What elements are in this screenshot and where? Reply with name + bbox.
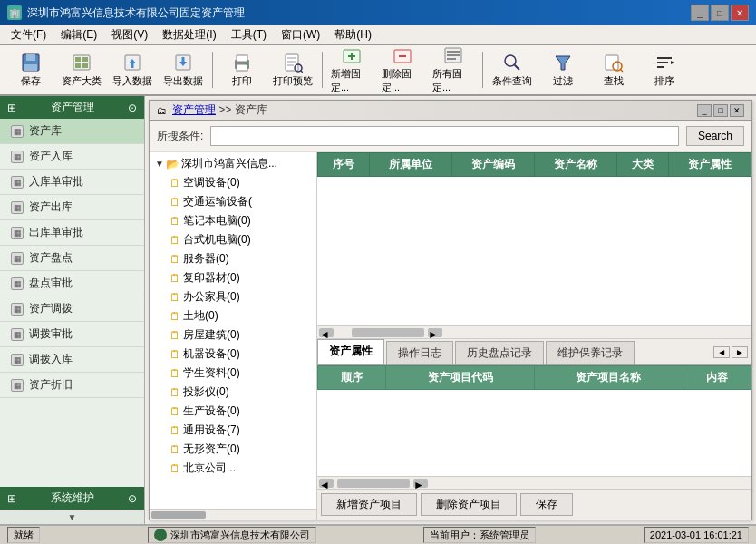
sidebar-scroll[interactable]: ▼ [0, 510, 144, 524]
hscroll-thumb[interactable] [352, 328, 424, 337]
menu-help[interactable]: 帮助(H) [327, 25, 379, 44]
search-button[interactable]: Search [686, 126, 744, 146]
save-label: 保存 [21, 74, 41, 88]
sidebar-item-outbound-approval[interactable]: ▦ 出库单审批 [0, 220, 144, 246]
tree-node-4[interactable]: 🗒服务器(0) [151, 249, 315, 268]
asset-category-button[interactable]: 资产大类 [58, 48, 105, 92]
minimize-btn[interactable]: _ [691, 5, 709, 21]
delete-asset-button[interactable]: 删除固定... [379, 48, 426, 92]
sidebar-bullet-5: ▦ [11, 227, 24, 239]
tree-node-6[interactable]: 🗒办公家具(0) [151, 287, 315, 306]
tab-operation-log[interactable]: 操作日志 [386, 341, 453, 364]
tab-maintenance[interactable]: 维护保养记录 [546, 341, 635, 364]
sort-icon [654, 53, 675, 73]
tree-node-7[interactable]: 🗒土地(0) [151, 306, 315, 325]
import-button[interactable]: 导入数据 [109, 48, 156, 92]
all-assets-button[interactable]: 所有固定... [430, 48, 477, 92]
save-button[interactable]: 保存 [7, 48, 54, 92]
sidebar-item-transfer-inbound[interactable]: ▦ 调拨入库 [0, 347, 144, 373]
tree-scroll-thumb[interactable] [151, 511, 206, 519]
title-bar-controls[interactable]: _ □ ✕ [691, 5, 749, 21]
menu-file[interactable]: 文件(F) [4, 25, 53, 44]
tree-node-8[interactable]: 🗒房屋建筑(0) [151, 325, 315, 345]
tree-node-15[interactable]: 🗒北京公司... [151, 459, 315, 478]
tab-scroll-controls[interactable]: ◄ ► [713, 339, 751, 364]
tree-root-node[interactable]: ▼ 📂 深圳市鸿富兴信息... [151, 154, 315, 173]
col-unit: 所属单位 [370, 153, 452, 177]
main-layout: ⊞ 资产管理 ⊙ ▦ 资产库 ▦ 资产入库 ▦ 入库单审批 ▦ 资产出库 ▦ [0, 96, 756, 524]
sidebar-item-asset-inventory[interactable]: ▦ 资产盘点 [0, 246, 144, 271]
sub-col-name: 资产项目名称 [534, 366, 683, 390]
tree-panel: ▼ 📂 深圳市鸿富兴信息... 🗒空调设备(0)🗒交通运输设备(🗒笔记本电脑(0… [150, 152, 317, 520]
menu-edit[interactable]: 编辑(E) [53, 25, 104, 44]
sidebar-bullet-11: ▦ [11, 379, 24, 392]
tree-node-2[interactable]: 🗒笔记本电脑(0) [151, 211, 315, 230]
tree-node-9[interactable]: 🗒机器设备(0) [151, 345, 315, 364]
sidebar-item-inbound-approval[interactable]: ▦ 入库单审批 [0, 170, 144, 195]
bottom-hscroll-left-btn[interactable]: ◄ [319, 479, 334, 488]
tree-node-12[interactable]: 🗒生产设备(0) [151, 402, 315, 421]
inner-maximize-btn[interactable]: □ [713, 104, 728, 117]
add-asset-button[interactable]: 新增固定... [328, 48, 375, 92]
menu-window[interactable]: 窗口(W) [274, 25, 327, 44]
asset-table-hscroll[interactable]: ◄ ► [317, 325, 751, 338]
tree-node-3[interactable]: 🗒台式机电脑(0) [151, 230, 315, 249]
bottom-hscroll[interactable]: ◄ ► [317, 476, 751, 489]
inner-close-btn[interactable]: ✕ [730, 104, 744, 117]
search-input[interactable] [210, 126, 679, 146]
tree-node-13[interactable]: 🗒通用设备(7) [151, 421, 315, 440]
tree-node-11[interactable]: 🗒投影仪(0) [151, 383, 315, 402]
find-button[interactable]: 查找 [590, 48, 637, 92]
sidebar-item-asset-inbound[interactable]: ▦ 资产入库 [0, 144, 144, 170]
menu-data[interactable]: 数据处理(I) [155, 25, 223, 44]
sidebar-item-asset-outbound[interactable]: ▦ 资产出库 [0, 195, 144, 220]
sidebar-section-system-maintenance[interactable]: ⊞ 系统维护 ⊙ [0, 487, 144, 510]
tab-asset-properties[interactable]: 资产属性 [317, 339, 384, 364]
inner-minimize-btn[interactable]: _ [697, 104, 712, 117]
delete-asset-property-button[interactable]: 删除资产项目 [421, 493, 517, 516]
print-icon [231, 53, 253, 73]
search-query-label: 条件查询 [492, 74, 532, 88]
app-icon: 🏢 [7, 5, 22, 20]
tree-node-0[interactable]: 🗒空调设备(0) [151, 173, 315, 192]
sidebar-item-asset-transfer[interactable]: ▦ 资产调拨 [0, 296, 144, 322]
sidebar-item-inventory-approval[interactable]: ▦ 盘点审批 [0, 271, 144, 296]
maximize-btn[interactable]: □ [711, 5, 729, 21]
status-ready: 就绪 [7, 527, 40, 543]
sidebar-item-transfer-approval[interactable]: ▦ 调拨审批 [0, 322, 144, 347]
bottom-hscroll-thumb[interactable] [337, 479, 410, 488]
hscroll-right-btn[interactable]: ► [428, 328, 442, 337]
tab-history-inventory[interactable]: 历史盘点记录 [455, 341, 544, 364]
sidebar-section-asset-management[interactable]: ⊞ 资产管理 ⊙ [0, 96, 144, 119]
tree-node-5[interactable]: 🗒复印器材(0) [151, 268, 315, 287]
tree-node-1[interactable]: 🗒交通运输设备( [151, 192, 315, 211]
sidebar-item-asset-repository[interactable]: ▦ 资产库 [0, 119, 144, 144]
tree-node-10[interactable]: 🗒学生资料(0) [151, 364, 315, 383]
tree-scrollbar[interactable] [150, 509, 316, 520]
sidebar-bullet-8: ▦ [11, 303, 24, 316]
bottom-hscroll-right-btn[interactable]: ► [413, 479, 428, 488]
subtable: 顺序 资产项目代码 资产项目名称 内容 [317, 365, 751, 476]
sidebar-bullet-1: ▦ [11, 125, 24, 138]
search-query-button[interactable]: 条件查询 [489, 48, 536, 92]
tab-scroll-right-icon[interactable]: ► [732, 346, 748, 358]
tab-scroll-left-icon[interactable]: ◄ [713, 346, 730, 358]
breadcrumb-link[interactable]: 资产管理 [172, 103, 216, 116]
tree-node-14[interactable]: 🗒无形资产(0) [151, 440, 315, 459]
sidebar-bullet-10: ▦ [11, 354, 24, 366]
sidebar-bullet-4: ▦ [11, 201, 24, 214]
sidebar-item-depreciation[interactable]: ▦ 资产折旧 [0, 373, 144, 398]
hscroll-left-btn[interactable]: ◄ [319, 328, 334, 337]
inner-title-controls[interactable]: _ □ ✕ [697, 104, 744, 117]
sort-button[interactable]: 排序 [641, 48, 688, 92]
close-btn[interactable]: ✕ [731, 5, 749, 21]
add-asset-property-button[interactable]: 新增资产项目 [321, 493, 417, 516]
print-preview-button[interactable]: 打印预览 [269, 48, 316, 92]
menu-view[interactable]: 视图(V) [104, 25, 155, 44]
menu-tools[interactable]: 工具(T) [224, 25, 274, 44]
print-button[interactable]: 打印 [218, 48, 266, 92]
all-assets-label: 所有固定... [432, 67, 474, 94]
export-button[interactable]: 导出数据 [160, 48, 207, 92]
save-property-button[interactable]: 保存 [520, 493, 573, 516]
filter-button[interactable]: 过滤 [539, 48, 586, 92]
